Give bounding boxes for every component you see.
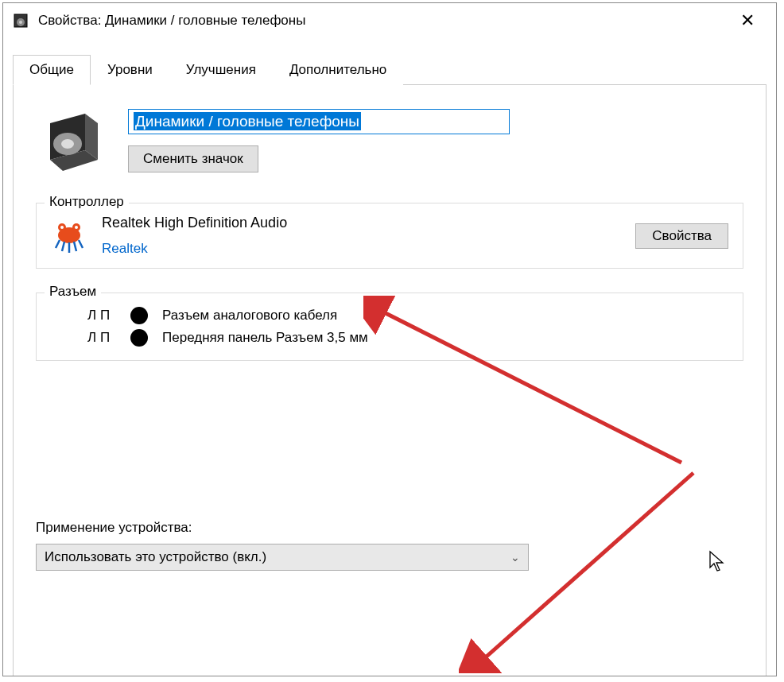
jack-group: Разъем Л П Разъем аналогового кабеля Л П… [36, 293, 743, 361]
device-icon [36, 109, 106, 179]
tab-panel-general: Динамики / головные телефоны Сменить зна… [13, 85, 767, 676]
jack-row: Л П Передняя панель Разъем 3,5 мм [87, 327, 728, 349]
svg-point-11 [60, 226, 64, 229]
jack-label: Передняя панель Разъем 3,5 мм [162, 330, 368, 346]
chevron-down-icon: ⌄ [510, 551, 520, 564]
tab-advanced[interactable]: Дополнительно [273, 55, 403, 85]
controller-vendor-link[interactable]: Realtek [102, 241, 621, 257]
titlebar: Свойства: Динамики / головные телефоны ✕ [3, 3, 776, 38]
svg-point-2 [19, 21, 22, 24]
jack-color-dot [130, 329, 148, 347]
realtek-crab-icon [51, 218, 87, 254]
window-title: Свойства: Динамики / головные телефоны [38, 13, 728, 29]
cursor-icon [708, 550, 726, 575]
tabs-container: Общие Уровни Улучшения Дополнительно Ди [13, 54, 767, 676]
jack-legend: Разъем [45, 284, 101, 300]
controller-group: Контроллер Realtek High Defini [36, 203, 743, 269]
tab-general[interactable]: Общие [13, 55, 91, 85]
close-button[interactable]: ✕ [728, 10, 767, 31]
device-usage-label: Применение устройства: [36, 520, 743, 536]
controller-properties-button[interactable]: Свойства [635, 223, 728, 249]
controller-name: Realtek High Definition Audio [102, 215, 621, 231]
jack-color-dot [130, 307, 148, 324]
jack-row: Л П Разъем аналогового кабеля [87, 304, 728, 327]
jack-lr-label: Л П [87, 308, 116, 324]
tabs: Общие Уровни Улучшения Дополнительно [13, 54, 767, 85]
jack-lr-label: Л П [87, 330, 116, 346]
jack-label: Разъем аналогового кабеля [162, 308, 337, 324]
window-icon [13, 13, 29, 29]
properties-window: Свойства: Динамики / головные телефоны ✕… [2, 2, 777, 676]
device-name-input[interactable]: Динамики / головные телефоны [128, 109, 510, 134]
change-icon-button[interactable]: Сменить значок [128, 145, 258, 172]
device-usage-select[interactable]: Использовать это устройство (вкл.) ⌄ [36, 544, 529, 571]
tab-enhancements[interactable]: Улучшения [169, 55, 273, 85]
tab-levels[interactable]: Уровни [91, 55, 169, 85]
controller-legend: Контроллер [45, 194, 129, 210]
svg-point-12 [75, 226, 78, 229]
svg-point-7 [61, 139, 74, 149]
device-usage-value: Использовать это устройство (вкл.) [45, 549, 266, 565]
